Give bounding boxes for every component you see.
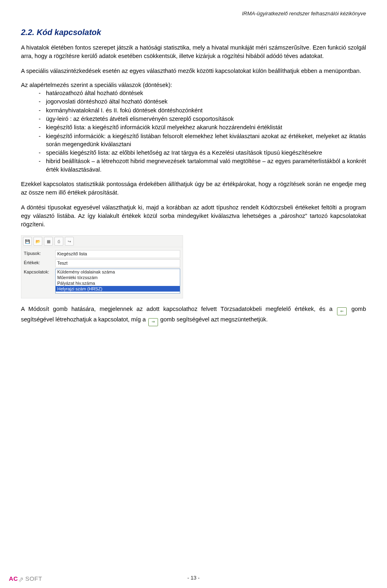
list-item: kiegészítő lista: a kiegészítő informáci… bbox=[39, 123, 366, 131]
paragraph-5a: A Módosít gomb hatására, megjelennek az … bbox=[21, 306, 336, 312]
list-item: jogorvoslati döntéshozó által hozható dö… bbox=[39, 97, 366, 106]
save-icon[interactable]: 💾 bbox=[23, 237, 32, 246]
add-link-button[interactable]: ⇐ bbox=[337, 307, 347, 315]
print-icon[interactable]: ⎙ bbox=[54, 237, 63, 246]
listbox-item-selected[interactable]: Helyrajzi szám (HRSZ) bbox=[56, 286, 180, 292]
list-item: ügy-leiró : az érkeztetés átvételi elism… bbox=[39, 115, 366, 123]
open-icon[interactable]: 📂 bbox=[33, 237, 42, 246]
grid-icon[interactable]: ▦ bbox=[44, 237, 53, 246]
logo-soft-text: SOFT bbox=[25, 575, 42, 582]
decisions-list: határozathozó által hozható döntések jog… bbox=[21, 89, 366, 174]
paragraph-4: A döntési típusokat egyesével választhat… bbox=[21, 203, 366, 229]
remove-link-button[interactable]: ⇒ bbox=[148, 318, 158, 326]
list-item: kiegészítő információk: a kiegészítő lis… bbox=[39, 132, 366, 149]
listbox-item[interactable]: Küldemény oldalainak száma bbox=[56, 269, 180, 275]
list-item: kormányhivataloknál I. és II. fokú dönté… bbox=[39, 106, 366, 114]
exit-icon[interactable]: ↪ bbox=[65, 237, 74, 246]
paragraph-5c: gomb segítségével azt megszüntethetjük. bbox=[160, 316, 268, 323]
footer-logo: AC⇗SOFT bbox=[9, 575, 42, 582]
running-header: IRMA-ügyiratkezelő rendszer felhasználói… bbox=[21, 10, 366, 17]
list-item: speciális kiegészítő lista: az előbbi le… bbox=[39, 149, 366, 157]
page-number: - 13 - bbox=[21, 575, 366, 581]
paragraph-1: A hivatalok életében fontos szerepet ját… bbox=[21, 43, 366, 60]
ui-toolbar: 💾 📂 ▦ ⎙ ↪ bbox=[21, 236, 183, 247]
list-item: határozathozó által hozható döntések bbox=[39, 89, 366, 97]
field-tipusok[interactable]: Kiegészítő lista bbox=[55, 250, 180, 258]
label-ertekek: Értékek: bbox=[24, 259, 55, 265]
logo-ac-text: AC bbox=[9, 575, 18, 582]
paragraph-2: A speciális válaszintézkedések esetén az… bbox=[21, 67, 366, 75]
paragraph-5: A Módosít gomb hatására, megjelennek az … bbox=[21, 305, 366, 326]
label-kapcsolatok: Kapcsolatok: bbox=[24, 269, 55, 274]
page-footer: AC⇗SOFT - 13 - bbox=[21, 575, 366, 581]
label-tipusok: Típusok: bbox=[24, 250, 55, 256]
section-title: 2.2. Kód kapcsolatok bbox=[21, 28, 366, 37]
ui-panel: 💾 📂 ▦ ⎙ ↪ Típusok: Kiegészítő lista Érté… bbox=[21, 235, 183, 298]
listbox-kapcsolatok[interactable]: Küldemény oldalainak száma Műemléki törz… bbox=[55, 269, 180, 294]
logo-swoosh-icon: ⇗ bbox=[18, 575, 25, 584]
field-ertekek[interactable]: Teszt bbox=[55, 259, 180, 267]
paragraph-3: Ezekkel kapcsolatos statisztikák pontoss… bbox=[21, 180, 366, 197]
listbox-item[interactable]: Műemléki törzsszám bbox=[56, 275, 180, 280]
list-intro: Az alapértelmezés szerint a speciális vá… bbox=[21, 82, 366, 88]
listbox-item[interactable]: Pályázat hiv.száma bbox=[56, 280, 180, 286]
list-item: hibrid beállítások – a létrehozott hibri… bbox=[39, 157, 366, 174]
